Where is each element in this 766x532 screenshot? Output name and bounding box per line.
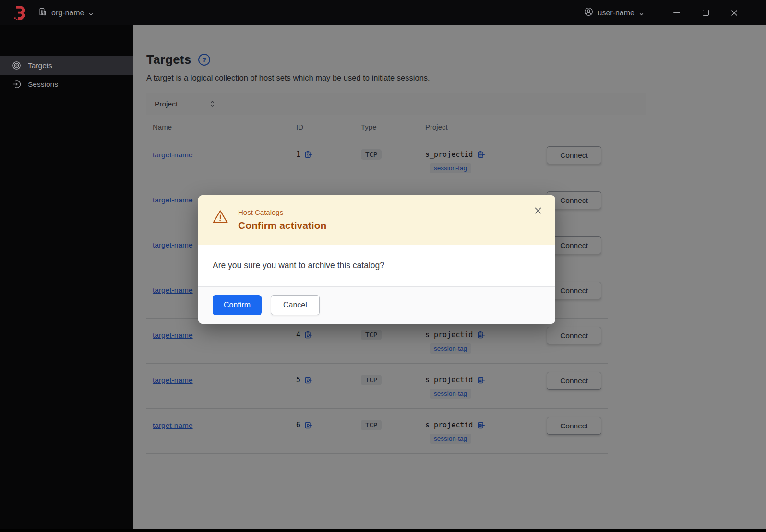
window-controls bbox=[662, 0, 749, 25]
sidebar-item-sessions[interactable]: Sessions bbox=[0, 75, 133, 94]
sidebar-item-label: Targets bbox=[28, 61, 52, 70]
app-window: org-name user-name bbox=[0, 0, 766, 532]
maximize-button[interactable] bbox=[691, 0, 720, 25]
dialog-title: Confirm activation bbox=[238, 220, 326, 231]
sidebar-item-label: Sessions bbox=[28, 80, 58, 89]
close-icon bbox=[730, 9, 738, 17]
minimize-button[interactable] bbox=[662, 0, 691, 25]
sidebar: Targets Sessions bbox=[0, 25, 133, 529]
user-menu[interactable]: user-name bbox=[584, 7, 644, 19]
chevron-down-icon bbox=[88, 10, 94, 15]
confirm-button[interactable]: Confirm bbox=[213, 295, 262, 315]
chevron-down-icon bbox=[639, 10, 644, 15]
close-icon bbox=[533, 206, 543, 215]
minimize-icon bbox=[673, 12, 680, 13]
sign-in-icon bbox=[12, 80, 21, 89]
close-window-button[interactable] bbox=[720, 0, 749, 25]
confirm-dialog: Host Catalogs Confirm activation Are you… bbox=[198, 195, 555, 324]
dialog-footer: Confirm Cancel bbox=[198, 286, 555, 324]
org-name-label: org-name bbox=[51, 9, 84, 17]
dialog-tagline: Host Catalogs bbox=[238, 208, 326, 216]
user-name-label: user-name bbox=[598, 9, 634, 17]
dialog-header: Host Catalogs Confirm activation bbox=[198, 195, 555, 245]
title-bar: org-name user-name bbox=[0, 0, 766, 25]
cancel-button[interactable]: Cancel bbox=[271, 295, 320, 315]
org-switcher[interactable]: org-name bbox=[38, 7, 94, 18]
user-icon bbox=[584, 7, 594, 19]
dialog-message: Are you sure you want to archive this ca… bbox=[198, 245, 555, 286]
target-icon bbox=[12, 61, 21, 70]
sidebar-item-targets[interactable]: Targets bbox=[0, 56, 133, 75]
warning-icon bbox=[212, 208, 229, 225]
boundary-logo-icon bbox=[13, 5, 27, 21]
dialog-close-button[interactable] bbox=[533, 206, 544, 216]
org-icon bbox=[38, 7, 47, 18]
maximize-icon bbox=[703, 10, 709, 16]
